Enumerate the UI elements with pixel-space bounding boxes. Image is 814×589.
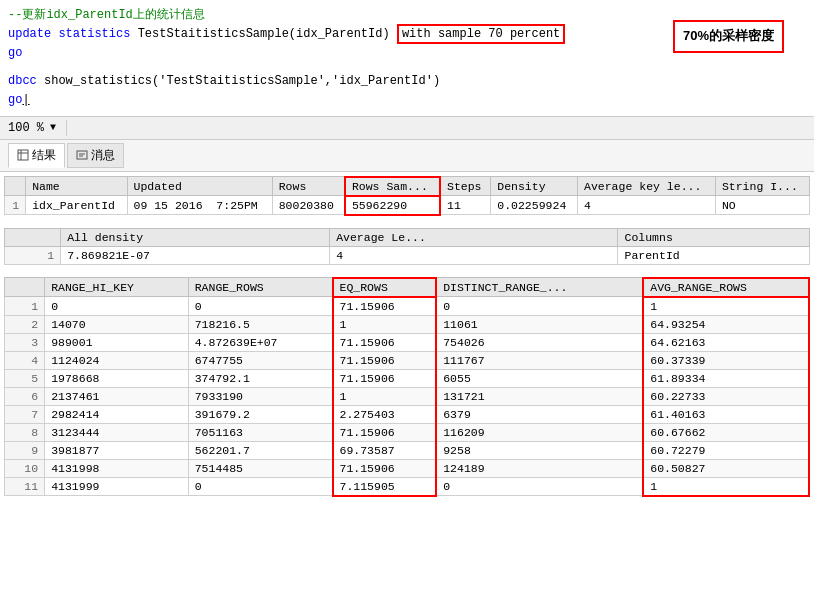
cell-data: 116209: [436, 423, 643, 441]
table-row: 93981877562201.769.73587925860.72279: [5, 441, 810, 459]
comment-text: --更新idx_ParentId上的统计信息: [8, 8, 205, 22]
annotation-box: 70%的采样密度: [673, 20, 784, 53]
cell-avgrangerows: 60.22733: [643, 387, 809, 405]
cell-eqrows: 71.15906: [333, 459, 437, 477]
table-row: 214070718216.511106164.93254: [5, 315, 810, 333]
cell-eqrows: 71.15906: [333, 333, 437, 351]
cell-alldensity: 7.869821E-07: [61, 246, 330, 264]
col-steps-h: Steps: [440, 177, 491, 196]
cell-avgrangerows: 1: [643, 477, 809, 496]
cell-avgrangerows: 60.72279: [643, 441, 809, 459]
col-rangerows-h: RANGE_ROWS: [188, 278, 332, 297]
cell-data: 562201.7: [188, 441, 332, 459]
with-sample-highlight: with sample 70 percent: [397, 24, 565, 44]
tab-results-label: 结果: [32, 147, 56, 164]
cell-eqrows: 69.73587: [333, 441, 437, 459]
table-row: 621374617933190113172160.22733: [5, 387, 810, 405]
cell-eqrows: 1: [333, 387, 437, 405]
code-go-line2: go|: [8, 91, 806, 110]
table2: All density Average Le... Columns 1 7.86…: [4, 228, 810, 265]
col-eqrows-h: EQ_ROWS: [333, 278, 437, 297]
row-num: 11: [5, 477, 45, 496]
zoom-level: 100 %: [8, 121, 44, 135]
row-num: 6: [5, 387, 45, 405]
cell-eqrows: 1: [333, 315, 437, 333]
zoom-dropdown-arrow[interactable]: ▼: [50, 122, 56, 133]
toolbar: 100 % ▼: [0, 117, 814, 140]
messages-icon: [76, 149, 88, 161]
cell-data: 0: [188, 477, 332, 496]
cell-avgrangerows: 64.62163: [643, 333, 809, 351]
cell-steps: 11: [440, 196, 491, 215]
cell-data: 7933190: [188, 387, 332, 405]
cell-eqrows: 2.275403: [333, 405, 437, 423]
code-area: --更新idx_ParentId上的统计信息 update statistics…: [0, 0, 814, 117]
col-avgkeylen-h: Average key le...: [578, 177, 716, 196]
cell-data: 0: [436, 477, 643, 496]
table-row: 104131998751448571.1590612418960.50827: [5, 459, 810, 477]
cell-avgrangerows: 61.40163: [643, 405, 809, 423]
col-distinctrange-h: DISTINCT_RANGE_...: [436, 278, 643, 297]
row-num: 2: [5, 315, 45, 333]
row-num: 1: [5, 246, 61, 264]
col-avgrangerows-h: AVG_RANGE_ROWS: [643, 278, 809, 297]
statistics-header-table: Name Updated Rows Rows Sam... Steps Dens…: [0, 176, 814, 216]
cell-data: 391679.2: [188, 405, 332, 423]
cell-data: 6747755: [188, 351, 332, 369]
col-alldensity-h: All density: [61, 228, 330, 246]
row-num: 8: [5, 423, 45, 441]
results-icon: [17, 149, 29, 161]
cell-data: 754026: [436, 333, 643, 351]
cell-data: 4131998: [45, 459, 189, 477]
col-updated-h: Updated: [127, 177, 272, 196]
col-rownum-h3: [5, 278, 45, 297]
cell-data: 124189: [436, 459, 643, 477]
cell-columns: ParentId: [618, 246, 810, 264]
col-rownum-h: [5, 177, 26, 196]
cell-data: 374792.1: [188, 369, 332, 387]
cell-avgrangerows: 1: [643, 297, 809, 316]
cell-avglen: 4: [330, 246, 618, 264]
table-row: 1 7.869821E-07 4 ParentId: [5, 246, 810, 264]
col-avglen-h: Average Le...: [330, 228, 618, 246]
cell-data: 14070: [45, 315, 189, 333]
code-dbcc-line: dbcc show_statistics('TestStaitisticsSam…: [8, 72, 806, 91]
cell-data: 6379: [436, 405, 643, 423]
table-row: 1 idx_ParentId 09 15 2016 7:25PM 8002038…: [5, 196, 810, 215]
cell-updated: 09 15 2016 7:25PM: [127, 196, 272, 215]
cell-avgrangerows: 60.37339: [643, 351, 809, 369]
cell-avgrangerows: 60.67662: [643, 423, 809, 441]
tab-messages[interactable]: 消息: [67, 143, 124, 168]
cell-data: 0: [188, 297, 332, 316]
svg-rect-0: [18, 150, 28, 160]
histogram-table: RANGE_HI_KEY RANGE_ROWS EQ_ROWS DISTINCT…: [0, 277, 814, 497]
tab-messages-label: 消息: [91, 147, 115, 164]
row-num: 3: [5, 333, 45, 351]
row-num: 1: [5, 297, 45, 316]
cell-avgrangerows: 61.89334: [643, 369, 809, 387]
table-row: 10071.1590601: [5, 297, 810, 316]
cell-data: 1978668: [45, 369, 189, 387]
col-rows-h: Rows: [272, 177, 345, 196]
cell-data: 989001: [45, 333, 189, 351]
col-rowssam-h: Rows Sam...: [345, 177, 440, 196]
svg-rect-3: [77, 151, 87, 159]
cell-eqrows: 7.115905: [333, 477, 437, 496]
cell-data: 7514485: [188, 459, 332, 477]
cell-eqrows: 71.15906: [333, 351, 437, 369]
cell-name: idx_ParentId: [26, 196, 127, 215]
table-row: 72982414391679.22.275403637961.40163: [5, 405, 810, 423]
row-num: 4: [5, 351, 45, 369]
cell-stringi: NO: [715, 196, 809, 215]
col-stringi-h: String I...: [715, 177, 809, 196]
cell-data: 4.872639E+07: [188, 333, 332, 351]
table-row: 11413199907.11590501: [5, 477, 810, 496]
cell-data: 111767: [436, 351, 643, 369]
cell-rowssam: 55962290: [345, 196, 440, 215]
row-num: 5: [5, 369, 45, 387]
tab-results[interactable]: 结果: [8, 143, 65, 168]
toolbar-separator: [66, 120, 67, 136]
cell-rows: 80020380: [272, 196, 345, 215]
table1: Name Updated Rows Rows Sam... Steps Dens…: [4, 176, 810, 216]
cell-eqrows: 71.15906: [333, 297, 437, 316]
